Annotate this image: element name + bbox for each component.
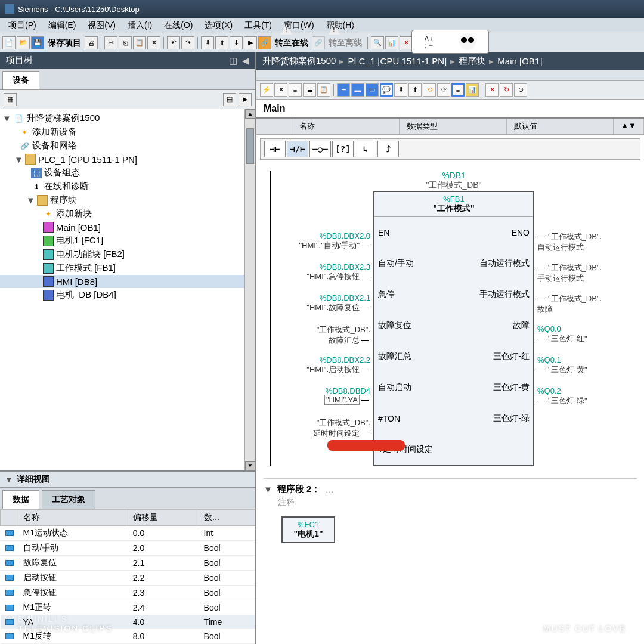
network-2-comment[interactable]: 注释 — [264, 495, 637, 510]
redo-icon[interactable]: ↷ — [181, 36, 194, 49]
tree-add-device[interactable]: ✦添加新设备 — [0, 125, 255, 139]
tree-view2-icon[interactable]: ▶ — [239, 93, 252, 106]
table-row[interactable]: M1正转2.4Bool — [1, 600, 255, 615]
menu-insert[interactable]: 插入(I) — [122, 19, 158, 32]
fb-input-conn[interactable]: "工作模式_DB".故障汇总 — [317, 324, 370, 346]
print-icon[interactable]: 🖨 — [85, 36, 98, 49]
menu-options[interactable]: 选项(X) — [199, 19, 239, 32]
fb-output-conn[interactable]: "工作模式_DB".故障 — [537, 293, 602, 315]
tree-filter-icon[interactable]: ▦ — [4, 93, 17, 106]
menu-online[interactable]: 在线(O) — [158, 19, 199, 32]
fb-call-block[interactable]: %FB1"工作模式" ENENO 自动/手动自动运行模式急停手动运行模式故障复位… — [373, 191, 534, 466]
etb-7[interactable]: ▬ — [351, 83, 364, 97]
tree-add-block[interactable]: ✦添加新块 — [0, 207, 255, 221]
fb-input-conn[interactable]: %DB8.DBX2.3"HMI".急停按钮 — [306, 262, 370, 282]
offline-icon[interactable]: 🔗 — [312, 36, 325, 49]
cut-icon[interactable]: ✂ — [104, 36, 117, 49]
collapse-icon[interactable]: ◫ — [229, 55, 237, 66]
etb-14[interactable]: ≡ — [451, 83, 465, 97]
table-row[interactable]: M1运动状态0.0Int — [1, 526, 255, 541]
tree-device-config[interactable]: ⬚设备组态 — [0, 166, 255, 179]
fb-input-conn[interactable]: "工作模式_DB".延时时间设定 — [313, 417, 370, 439]
etb-6[interactable]: ━ — [337, 83, 350, 97]
etb-3[interactable]: ≡ — [289, 83, 302, 97]
contact-nc-icon[interactable]: ⊣/⊢ — [287, 141, 308, 157]
fc-call-block[interactable]: %FC1 "电机1" — [281, 516, 335, 543]
box-icon[interactable]: [?] — [332, 141, 354, 157]
new-icon[interactable]: 📄 — [2, 36, 16, 49]
fb-input-conn[interactable]: %DB8.DBD4"HMI".YA — [324, 386, 370, 404]
table-row[interactable]: 启动按钮2.2Bool — [1, 571, 255, 586]
etb-18[interactable]: ⊙ — [514, 83, 527, 97]
paste-icon[interactable]: 📋 — [133, 36, 146, 49]
etb-8[interactable]: ▭ — [366, 83, 379, 97]
menu-project[interactable]: 项目(P) — [2, 19, 42, 32]
tree-devices-networks[interactable]: 🔗设备和网络 — [0, 139, 255, 153]
close-icon[interactable]: ✕ — [400, 36, 413, 49]
delete-icon[interactable]: ✕ — [147, 36, 160, 49]
branch-open-icon[interactable]: ↳ — [355, 141, 376, 157]
etb-4[interactable]: ≣ — [303, 83, 316, 97]
etb-15[interactable]: 📊 — [466, 83, 479, 97]
menu-window[interactable]: 窗口(W) — [278, 19, 320, 32]
data-tab[interactable]: 数据 — [2, 490, 39, 509]
col-type[interactable]: 数... — [199, 510, 255, 526]
etb-11[interactable]: ⬆ — [408, 83, 422, 97]
detail-header[interactable]: ▼详细视图 — [0, 472, 255, 488]
copy-icon[interactable]: ⎘ — [119, 36, 132, 49]
open-icon[interactable]: 📂 — [17, 36, 30, 49]
search-icon[interactable]: 🔍 — [371, 36, 384, 49]
fb-input-conn[interactable]: %DB8.DBX2.2"HMI".启动按钮 — [306, 355, 370, 375]
project-tree[interactable]: ▼📄升降货梯案例1500 ✦添加新设备 🔗设备和网络 ▼PLC_1 [CPU 1… — [0, 109, 255, 470]
sim-icon[interactable]: ▶ — [244, 36, 257, 49]
tree-program-blocks[interactable]: ▼程序块 — [0, 193, 255, 207]
etb-16[interactable]: ✕ — [485, 83, 499, 97]
tree-fb2[interactable]: 电机功能块 [FB2] — [0, 247, 255, 261]
save-icon[interactable]: 💾 — [31, 36, 44, 49]
compile-icon[interactable]: ⬇ — [201, 36, 214, 49]
fb-input-conn[interactable]: %DB8.DBX2.1"HMI".故障复位 — [306, 293, 370, 313]
save-label[interactable]: 保存项目 — [45, 38, 83, 48]
fb-output-conn[interactable]: %Q0.2"三色灯-绿" — [537, 386, 587, 406]
undo-icon[interactable]: ↶ — [167, 36, 180, 49]
tree-scrollbar[interactable]: ▲▼ — [244, 109, 255, 470]
upload-icon[interactable]: ⬇ — [230, 36, 243, 49]
arrow-icon[interactable]: ◀ — [242, 55, 249, 66]
tree-db8[interactable]: HMI [DB8] — [0, 275, 255, 288]
tree-plc[interactable]: ▼PLC_1 [CPU 1511-1 PN] — [0, 153, 255, 166]
coil-icon[interactable]: ─○─ — [309, 141, 331, 157]
fb-output-conn[interactable]: %Q0.1"三色灯-黄" — [537, 355, 587, 375]
branch-close-icon[interactable]: ⤴ — [377, 141, 399, 157]
etb-1[interactable]: ⚡ — [260, 83, 273, 97]
menu-edit[interactable]: 编辑(E) — [42, 19, 82, 32]
menu-view[interactable]: 视图(V) — [82, 19, 122, 32]
etb-2[interactable]: ✕ — [274, 83, 287, 97]
tree-fc1[interactable]: 电机1 [FC1] — [0, 234, 255, 247]
download-icon[interactable]: ⬆ — [215, 36, 228, 49]
fb-output-conn[interactable]: %Q0.0"三色灯-红" — [537, 324, 587, 344]
table-row[interactable]: 急停按钮2.3Bool — [1, 586, 255, 600]
table-row[interactable]: 自动/手动2.0Bool — [1, 541, 255, 556]
menu-help[interactable]: 帮助(H) — [320, 19, 360, 32]
devices-tab[interactable]: 设备 — [2, 71, 39, 89]
table-row[interactable]: 故障复位2.1Bool — [1, 556, 255, 571]
etb-9[interactable]: 💬 — [380, 83, 393, 97]
contact-no-icon[interactable]: ⊣⊢ — [264, 141, 286, 157]
tree-fb1[interactable]: 工作模式 [FB1] — [0, 261, 255, 275]
tree-db4[interactable]: 电机_DB [DB4] — [0, 288, 255, 302]
go-online-label[interactable]: 转至在线 — [273, 38, 311, 48]
fb-output-conn[interactable]: "工作模式_DB".自动运行模式 — [537, 231, 602, 253]
menu-tools[interactable]: 工具(T) — [239, 19, 278, 32]
etb-17[interactable]: ↻ — [500, 83, 513, 97]
xref-icon[interactable]: 📊 — [385, 36, 398, 49]
tree-view1-icon[interactable]: ▤ — [223, 93, 236, 106]
tree-root[interactable]: ▼📄升降货梯案例1500 — [0, 112, 255, 125]
tech-tab[interactable]: 工艺对象 — [42, 490, 95, 509]
col-offset[interactable]: 偏移量 — [128, 510, 199, 526]
network-2-header[interactable]: ▼程序段 2：… — [264, 484, 637, 495]
etb-10[interactable]: ⬇ — [394, 83, 407, 97]
col-name[interactable]: 名称 — [18, 510, 128, 526]
fb-input-conn[interactable]: %DB8.DBX2.0"HMI"."自动/手动" — [299, 231, 370, 251]
tree-main-ob1[interactable]: Main [OB1] — [0, 221, 255, 234]
online-icon[interactable]: 🔗 — [258, 36, 271, 49]
